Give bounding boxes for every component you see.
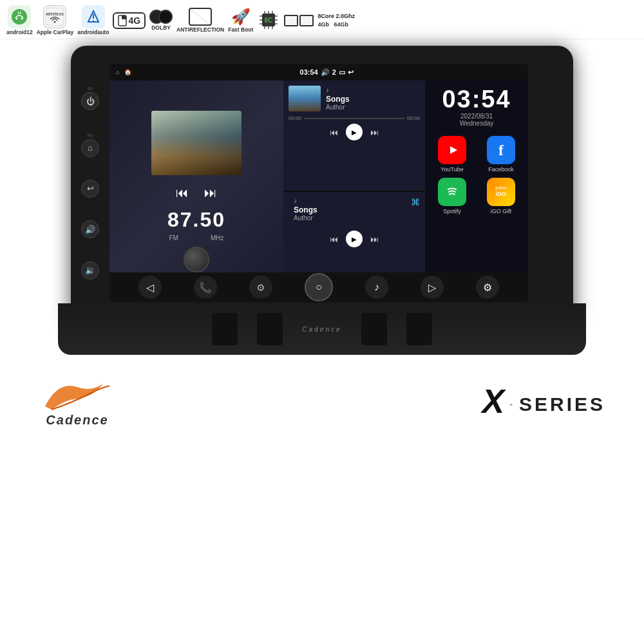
music-controls-2: ⏮ ▶ ⏭ xyxy=(289,231,420,247)
androidauto-label: androidauto xyxy=(77,29,109,35)
music-card-1-top: ♪ Songs Author xyxy=(289,86,420,111)
power-side-button[interactable]: ⏻ xyxy=(81,92,99,110)
status-left: ⌂ 🏠 xyxy=(116,69,131,75)
status-user-icon: 🏠 xyxy=(124,69,131,75)
play-button-1[interactable]: ▶ xyxy=(346,124,363,140)
clock-day: Wednesday xyxy=(430,120,523,127)
4g-label: 4G xyxy=(128,15,140,26)
specs-text: 8Core 2.0Ghz 4Gb 64Gb xyxy=(317,12,355,28)
app-youtube[interactable]: YouTube xyxy=(430,136,474,173)
dolby-label: DOLBY xyxy=(151,24,171,31)
youtube-icon xyxy=(438,136,466,164)
fm-band-label: FM xyxy=(169,234,178,242)
progress-bar-1[interactable] xyxy=(304,118,404,119)
prev-btn-2[interactable]: ⏮ xyxy=(330,234,338,244)
antireflection-icon xyxy=(189,8,212,26)
dolby-icon xyxy=(149,10,173,24)
feature-bar: 12 android12 wireless Apple CarPlay xyxy=(0,0,644,39)
status-volume-icon: 🔊 xyxy=(321,68,330,77)
prev-track-button[interactable]: ⏮ xyxy=(176,185,189,200)
mounting-bar: Cadence xyxy=(58,303,586,355)
r5-label: R5 xyxy=(88,133,93,138)
svg-point-10 xyxy=(93,20,94,21)
time-start-1: 00:00 xyxy=(289,115,301,121)
fm-radio-panel: ⏮ ⏭ 87.50 FM MHz xyxy=(109,80,283,302)
screen-area: ⌂ 🏠 03:54 🔊 2 ▭ ↩ xyxy=(109,64,528,302)
status-center: 03:54 🔊 2 ▭ ↩ xyxy=(300,68,354,77)
igo-label: iGO Gift xyxy=(491,208,512,214)
android12-feature: 12 android12 xyxy=(6,5,33,35)
app-facebook[interactable]: f Facebook xyxy=(479,136,523,173)
nav-home-button[interactable]: ○ xyxy=(305,273,333,301)
x-letter: X xyxy=(482,382,504,421)
mi-label: MI xyxy=(88,86,93,91)
facebook-label: Facebook xyxy=(488,166,514,173)
nav-navigation-button[interactable]: ◁ xyxy=(138,276,162,299)
music-author-2: Author xyxy=(294,214,317,222)
music-card-1: ♪ Songs Author 00:00 00:00 xyxy=(283,80,425,191)
igo-icon: iGOprimo xyxy=(487,178,515,206)
dash-separator: - xyxy=(509,399,513,410)
nav-phone-button[interactable]: 📞 xyxy=(194,276,217,299)
music-panel: ♪ Songs Author 00:00 00:00 xyxy=(283,80,425,302)
nav-music-button[interactable]: ♪ xyxy=(365,276,388,299)
next-btn-2[interactable]: ⏭ xyxy=(370,234,379,244)
fastboot-feature: 🚀 Fast Boot xyxy=(228,8,253,33)
svg-text:12: 12 xyxy=(17,11,22,15)
music-card-2-top: ♪ Songs Author xyxy=(289,197,420,222)
app-igo[interactable]: iGOprimo iGO Gift xyxy=(479,178,523,214)
music-info-2: ♪ Songs Author xyxy=(289,197,317,222)
dial-knob[interactable] xyxy=(184,247,209,272)
youtube-label: YouTube xyxy=(440,166,463,173)
status-bar: ⌂ 🏠 03:54 🔊 2 ▭ ↩ xyxy=(109,64,528,80)
music-author-1: Author xyxy=(326,104,350,111)
play-button-2[interactable]: ▶ xyxy=(346,231,363,247)
svg-point-6 xyxy=(54,21,56,23)
fastboot-icon: 🚀 xyxy=(231,8,251,26)
fm-labels: FM MHz xyxy=(169,234,223,242)
vol-up-side-button[interactable]: 🔊 xyxy=(81,220,99,238)
cadence-swoosh-svg xyxy=(39,374,116,413)
bluetooth-icon: ⌘ xyxy=(411,197,420,207)
music-controls-1: ⏮ ▶ ⏭ xyxy=(289,124,420,140)
back-side-button[interactable]: ↩ xyxy=(81,180,99,198)
album-art xyxy=(151,111,242,175)
next-btn-1[interactable]: ⏭ xyxy=(370,128,379,137)
svg-text:primo: primo xyxy=(495,185,507,191)
carplay-label: Apple CarPlay xyxy=(37,29,74,35)
clock-time: 03:54 xyxy=(430,87,523,111)
4g-feature: 4G xyxy=(113,12,146,29)
android12-label: android12 xyxy=(6,29,33,35)
svg-line-13 xyxy=(190,9,212,26)
next-track-button[interactable]: ⏭ xyxy=(204,185,217,200)
bottom-section: Cadence X - SERIES xyxy=(0,361,644,440)
memory-icons xyxy=(284,15,314,26)
right-panel: 03:54 2022/08/31 Wednesday YouTube xyxy=(425,80,528,302)
fm-media-controls: ⏮ ⏭ xyxy=(176,185,217,200)
prev-btn-1[interactable]: ⏮ xyxy=(330,128,338,137)
fastboot-label: Fast Boot xyxy=(228,26,253,33)
music-thumb-1-bg xyxy=(289,86,321,111)
nav-settings-button[interactable]: ⚙ xyxy=(476,276,499,299)
chip-icon: 8C xyxy=(257,8,280,33)
nav-play-button[interactable]: ▷ xyxy=(421,276,444,299)
clock-date: 2022/08/31 xyxy=(430,113,523,120)
androidauto-feature: androidauto xyxy=(77,5,109,35)
outer-shell: MI ⏻ R5 ⌂ ↩ 🔊 🔉 ⌂ xyxy=(71,46,573,316)
app-spotify[interactable]: Spotify xyxy=(430,178,474,214)
music-info-1: ♪ Songs Author xyxy=(326,86,350,111)
nav-bar: ◁ 📞 ⊙ ○ ♪ ▷ ⚙ xyxy=(109,272,528,302)
clock-display: 03:54 2022/08/31 Wednesday xyxy=(430,87,523,127)
nav-camera-button[interactable]: ⊙ xyxy=(249,276,272,299)
memory-feature xyxy=(284,15,314,26)
time-end-1: 00:00 xyxy=(407,115,420,121)
svg-point-2 xyxy=(16,18,18,20)
android12-icon: 12 xyxy=(8,5,31,28)
antireflection-label: ANTIREFLECTION xyxy=(176,26,224,33)
home-side-button[interactable]: ⌂ xyxy=(81,139,99,157)
apps-grid: YouTube f Facebook xyxy=(430,136,523,214)
cadence-mounting-brand: Cadence xyxy=(302,326,341,333)
vol-down-side-button[interactable]: 🔉 xyxy=(81,261,99,279)
status-battery-icon: ▭ xyxy=(339,68,345,77)
cadence-text: Cadence xyxy=(46,413,108,428)
